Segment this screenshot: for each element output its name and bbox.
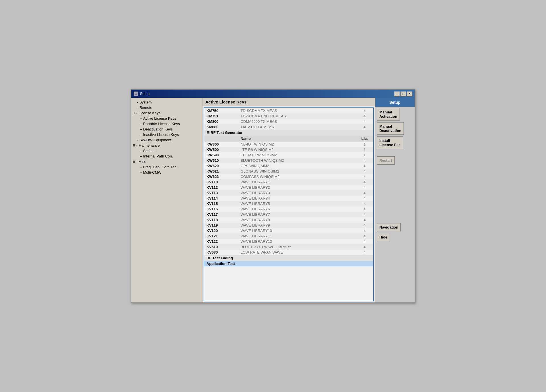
name-cell: 1XEV-DO TX MEAS — [238, 124, 356, 130]
sidebar-item-license-keys[interactable]: ⊟- License Keys — [133, 110, 201, 116]
lic-cell: 1 — [356, 147, 373, 152]
table-row[interactable]: RF Test Fading — [204, 255, 373, 261]
key-cell: KV610 — [204, 244, 238, 250]
close-button[interactable]: ✕ — [407, 91, 412, 96]
name-cell: WAVE LIBRARY4 — [238, 196, 356, 201]
manual-deactivation-button[interactable]: Manual Deactivation — [377, 122, 404, 135]
sidebar-item-freq-dep-corr[interactable]: –Freq. Dep. Corr. Tab... — [133, 164, 201, 170]
sidebar-item-inactive-license-keys[interactable]: –Inactive License Keys — [133, 132, 201, 137]
table-row[interactable]: KW610 BLUETOOTH WINIQSIM2 4 — [204, 158, 373, 163]
table-row[interactable]: KV114 WAVE LIBRARY4 4 — [204, 196, 373, 201]
table-row[interactable]: KV113 WAVE LIBRARY3 4 — [204, 190, 373, 196]
sidebar-item-remote[interactable]: - Remote — [133, 105, 201, 110]
table-row[interactable]: KV115 WAVE LIBRARY5 4 — [204, 201, 373, 206]
sidebar-item-label: Deactivation Keys — [143, 127, 173, 131]
license-table: KM750 TD-SCDMA TX MEAS 4KM751 TD-SCDMA E… — [204, 108, 373, 266]
name-cell: GLONASS WINIQSIM2 — [238, 169, 356, 174]
name-cell: WAVE LIBRARY1 — [238, 179, 356, 185]
lic-cell: 4 — [356, 228, 373, 233]
table-row[interactable]: KV122 WAVE LIBRARY12 4 — [204, 239, 373, 244]
title-bar-left: ⊞ Setup — [134, 92, 150, 96]
expand-icon: ⊟ — [133, 160, 135, 163]
expand-icon: ⊟ — [133, 111, 135, 115]
table-row[interactable]: KW620 GPS WINIQSIM2 4 — [204, 163, 373, 169]
key-cell: KV117 — [204, 212, 238, 217]
content-area: Active License Keys KM750 TD-SCDMA TX ME… — [202, 98, 375, 302]
name-cell: NB-IOT WINIQSIM2 — [238, 142, 356, 147]
lic-cell: 4 — [356, 201, 373, 206]
dash-spacer: – — [140, 116, 142, 121]
table-row[interactable]: KV119 WAVE LIBRARY9 4 — [204, 223, 373, 228]
name-cell: COMPASS WINIQSIM2 — [238, 174, 356, 179]
table-row[interactable]: Name Lic. — [204, 136, 373, 142]
table-row[interactable]: KV610 BLUETOOTH WAVE LIBRARY 4 — [204, 244, 373, 250]
key-cell: KV110 — [204, 179, 238, 185]
table-row[interactable]: KV112 WAVE LIBRARY2 4 — [204, 185, 373, 190]
table-row[interactable]: KV118 WAVE LIBRARY8 4 — [204, 217, 373, 223]
table-row[interactable]: KW500 LTE R8 WINIQSIM2 1 — [204, 147, 373, 152]
table-row[interactable]: KV110 WAVE LIBRARY1 4 — [204, 179, 373, 185]
dash-spacer: – — [140, 165, 142, 169]
sidebar-item-system[interactable]: - System — [133, 99, 201, 105]
name-cell: TD-SCDMA TX MEAS — [238, 108, 356, 113]
key-cell: KW590 — [204, 152, 238, 158]
hide-button[interactable]: Hide — [377, 233, 390, 241]
navigation-button[interactable]: Navigation — [377, 223, 401, 231]
install-license-file-button[interactable]: Install License File — [377, 136, 403, 149]
key-cell: KV680 — [204, 250, 238, 255]
sidebar-item-sw-hw-equipment[interactable]: - SW/HW-Equipment — [133, 137, 201, 143]
table-row[interactable]: KV120 WAVE LIBRARY10 4 — [204, 228, 373, 233]
lic-cell: 4 — [356, 185, 373, 190]
sidebar-item-deactivation-keys[interactable]: –Deactivation Keys — [133, 126, 201, 132]
lic-cell: 4 — [356, 158, 373, 163]
key-cell: KV116 — [204, 206, 238, 212]
sidebar-item-multi-cmw[interactable]: –Multi-CMW — [133, 170, 201, 175]
table-row[interactable]: KM751 TD-SCDMA ENH TX MEAS 4 — [204, 113, 373, 119]
col-key — [204, 136, 238, 142]
name-cell: WAVE LIBRARY8 — [238, 217, 356, 223]
minimize-button[interactable]: — — [394, 91, 400, 96]
key-cell: KW623 — [204, 174, 238, 179]
table-row[interactable]: KM800 CDMA2000 TX MEAS 4 — [204, 119, 373, 124]
sidebar-item-label: Freq. Dep. Corr. Tab... — [143, 165, 179, 169]
sidebar-item-selftest[interactable]: –Selftest — [133, 148, 201, 154]
name-cell: WAVE LIBRARY11 — [238, 233, 356, 239]
content-title: Active License Keys — [202, 98, 375, 106]
table-row[interactable]: ⊟ RF Test Generator — [204, 130, 373, 136]
table-row[interactable]: KM880 1XEV-DO TX MEAS 4 — [204, 124, 373, 130]
license-table-container[interactable]: KM750 TD-SCDMA TX MEAS 4KM751 TD-SCDMA E… — [204, 107, 374, 301]
key-cell: KW620 — [204, 163, 238, 169]
sidebar-item-label: - Remote — [137, 105, 152, 110]
lic-cell: 4 — [356, 206, 373, 212]
name-cell: LTE MTC WINIQSIM2 — [238, 152, 356, 158]
sidebar-item-maintenance[interactable]: ⊟- Maintenance — [133, 143, 201, 148]
maximize-button[interactable]: □ — [400, 91, 406, 96]
lic-cell: 4 — [356, 113, 373, 119]
name-cell: WAVE LIBRARY10 — [238, 228, 356, 233]
restart-button: Restart — [377, 156, 395, 165]
table-row[interactable]: KV117 WAVE LIBRARY7 4 — [204, 212, 373, 217]
table-row[interactable]: Application Test — [204, 261, 373, 266]
sidebar-item-misc[interactable]: ⊟- Misc — [133, 159, 201, 164]
lic-cell: 1 — [356, 152, 373, 158]
lic-cell: 4 — [356, 190, 373, 196]
table-row[interactable]: KM750 TD-SCDMA TX MEAS 4 — [204, 108, 373, 113]
table-row[interactable]: KW623 COMPASS WINIQSIM2 4 — [204, 174, 373, 179]
table-row[interactable]: KW300 NB-IOT WINIQSIM2 1 — [204, 142, 373, 147]
lic-cell: 4 — [356, 196, 373, 201]
table-row[interactable]: KV116 WAVE LIBRARY6 4 — [204, 206, 373, 212]
table-row[interactable]: KW621 GLONASS WINIQSIM2 4 — [204, 169, 373, 174]
table-row[interactable]: KV121 WAVE LIBRARY11 4 — [204, 233, 373, 239]
key-cell: KV113 — [204, 190, 238, 196]
lic-cell: 4 — [356, 163, 373, 169]
sidebar-item-portable-license-keys[interactable]: –Portable License Keys — [133, 121, 201, 126]
sidebar-item-active-license-keys[interactable]: –Active License Keys — [133, 116, 201, 121]
manual-activation-button[interactable]: Manual Activation — [377, 108, 400, 121]
table-row[interactable]: KW590 LTE MTC WINIQSIM2 1 — [204, 152, 373, 158]
name-cell: WAVE LIBRARY9 — [238, 223, 356, 228]
lic-cell: 4 — [356, 179, 373, 185]
window-icon: ⊞ — [134, 92, 138, 96]
sidebar-item-internal-path-corr[interactable]: –Internal Path Corr. — [133, 154, 201, 159]
table-row[interactable]: KV680 LOW RATE WPAN WAVE 4 — [204, 250, 373, 255]
lic-cell: 4 — [356, 124, 373, 130]
